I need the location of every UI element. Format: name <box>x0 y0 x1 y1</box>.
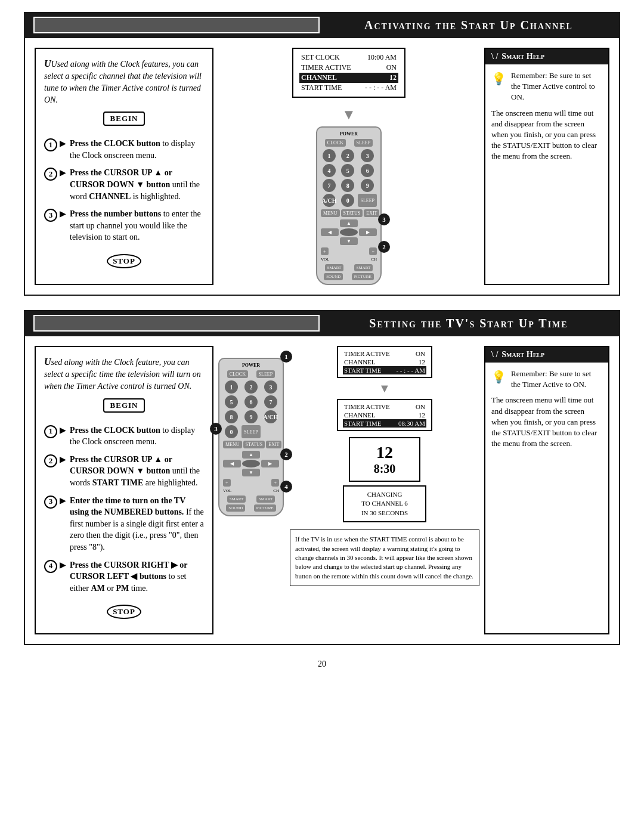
step-num-2-4: 4 <box>44 560 57 573</box>
remote-step-2-1: 2 <box>378 241 390 253</box>
smart-help-text-2: Remember: Be sure to set the Timer Activ… <box>511 368 602 390</box>
step-arrow-1-3: ▶ <box>60 208 66 220</box>
warning-box-2: CHANGING TO CHANNEL 6 IN 30 SECONDS <box>343 485 426 522</box>
step-num-1-2: 2 <box>44 168 57 181</box>
section1: Activating the Start Up Channel UUsed al… <box>24 12 620 296</box>
step2-1-text: Press the CLOCK button to display the Cl… <box>70 425 204 448</box>
section2-header: Setting the TV's Start Up Time <box>24 310 620 336</box>
remote-step-3-2: 3 <box>210 423 222 435</box>
screens-col-2: TIMER ACTIVEON CHANNEL12 START TIME- - :… <box>290 346 479 586</box>
step1-2: 2 ▶ Press the CURSOR UP ▲ or CURSOR DOWN… <box>44 167 204 202</box>
screen-after-2: TIMER ACTIVEON CHANNEL12 START TIME08:30… <box>337 399 432 431</box>
slash-icon-2: \ / <box>491 350 498 360</box>
remote-step-2-2: 2 <box>280 448 292 460</box>
section1-tv-screen: SET CLOCK10:00 AM TIMER ACTIVEON CHANNEL… <box>292 48 405 98</box>
step1-3: 3 ▶ Press the number buttons to enter th… <box>44 208 204 243</box>
remote-2: POWER CLOCK SLEEP 1 2 3 5 6 7 8 9 <box>218 358 284 516</box>
step1-1: 1 ▶ Press the CLOCK button to display th… <box>44 138 204 161</box>
smart-help-header-2: \ / Smart Help <box>485 347 608 363</box>
section1-title: Activating the Start Up Channel <box>327 18 611 32</box>
remote-1: POWER CLOCK SLEEP 1 2 3 4 5 6 7 <box>316 126 382 285</box>
smart-help-detail-1: The onscreen menu will time out and disa… <box>491 108 602 162</box>
section1-icon <box>33 17 320 33</box>
section1-center: SET CLOCK10:00 AM TIMER ACTIVEON CHANNEL… <box>213 48 484 285</box>
smart-help-header-1: \ / Smart Help <box>485 49 608 64</box>
section2-title: Setting the TV's Start Up Time <box>327 317 611 330</box>
step-num-2-2: 2 <box>44 454 57 467</box>
remote-step-3-1: 3 <box>378 213 390 225</box>
screen-before-2: TIMER ACTIVEON CHANNEL12 START TIME- - :… <box>337 346 432 378</box>
section2-center: POWER CLOCK SLEEP 1 2 3 5 6 7 8 9 <box>213 346 484 634</box>
bulb-2: 💡 <box>491 368 506 390</box>
step1-3-text: Press the number buttons to enter the st… <box>70 208 204 243</box>
step2-1: 1 ▶ Press the CLOCK button to display th… <box>44 425 204 448</box>
remote-wrapper-1: POWER CLOCK SLEEP 1 2 3 4 5 6 7 <box>316 126 382 285</box>
begin-badge-2: BEGIN <box>103 398 145 413</box>
step-num-1-3: 3 <box>44 209 57 222</box>
section2-smart-help: \ / Smart Help 💡 Remember: Be sure to se… <box>484 346 609 634</box>
note-box-2: If the TV is in use when the START TIME … <box>290 529 479 586</box>
step2-4: 4 ▶ Press the CURSOR RIGHT ▶ or CURSOR L… <box>44 559 204 594</box>
step-num-2-1: 1 <box>44 425 57 438</box>
smart-help-title-2: Smart Help <box>501 350 544 360</box>
stop-badge-1: STOP <box>107 254 141 268</box>
step-arrow-1-1: ▶ <box>60 138 66 150</box>
page-number: 20 <box>24 659 620 669</box>
section1-intro: UUsed along with the Clock features, you… <box>44 57 204 106</box>
step-num-2-3: 3 <box>44 496 57 509</box>
section2-instructions: Used along with the Clock feature, you c… <box>35 346 213 634</box>
channel-time-display: 12 8:30 <box>349 437 420 482</box>
step-arrow-1-2: ▶ <box>60 167 66 179</box>
begin-badge-1: BEGIN <box>103 112 145 126</box>
section2-icon <box>33 315 320 332</box>
smart-help-body-1: 💡 Remember: Be sure to set the Timer Act… <box>485 64 608 168</box>
section2: Setting the TV's Start Up Time Used alon… <box>24 310 620 645</box>
smart-help-body-2: 💡 Remember: Be sure to set the Timer Act… <box>485 363 608 455</box>
step2-3-text: Enter the time to turn on the TV using t… <box>70 495 204 553</box>
smart-help-detail-2: The onscreen menu will time out and disa… <box>491 395 602 449</box>
section1-instructions: UUsed along with the Clock features, you… <box>35 48 213 285</box>
smart-help-title-1: Smart Help <box>501 52 544 61</box>
section1-header: Activating the Start Up Channel <box>24 12 620 38</box>
remote-step-1-2: 1 <box>280 351 292 363</box>
smart-help-text-1: Remember: Be sure to set the Timer Activ… <box>511 70 602 103</box>
section1-center-layout: SET CLOCK10:00 AM TIMER ACTIVEON CHANNEL… <box>292 48 405 285</box>
bulb-icon-1: \ / <box>491 52 498 61</box>
channel-display-2: 12 8:30 <box>349 437 420 482</box>
section2-intro: Used along with the Clock feature, you c… <box>44 355 204 392</box>
arrow-down-1: ▼ <box>342 107 356 122</box>
step2-2-text: Press the CURSOR UP ▲ or CURSOR DOWN ▼ b… <box>70 454 204 489</box>
remote-wrapper-2: POWER CLOCK SLEEP 1 2 3 5 6 7 8 9 <box>218 346 284 516</box>
remote-step-4-2: 4 <box>280 481 292 493</box>
step2-4-text: Press the CURSOR RIGHT ▶ or CURSOR LEFT … <box>70 559 204 594</box>
step1-2-text: Press the CURSOR UP ▲ or CURSOR DOWN ▼ b… <box>70 167 204 202</box>
arrow-down-2: ▼ <box>379 382 391 395</box>
step2-2: 2 ▶ Press the CURSOR UP ▲ or CURSOR DOWN… <box>44 454 204 489</box>
step2-3: 3 ▶ Enter the time to turn on the TV usi… <box>44 495 204 553</box>
bulb-1: 💡 <box>491 70 506 103</box>
section1-smart-help: \ / Smart Help 💡 Remember: Be sure to se… <box>484 48 609 285</box>
stop-badge-2: STOP <box>107 605 141 619</box>
step1-1-text: Press the CLOCK button to display the Cl… <box>70 138 204 161</box>
step-num-1-1: 1 <box>44 138 57 151</box>
